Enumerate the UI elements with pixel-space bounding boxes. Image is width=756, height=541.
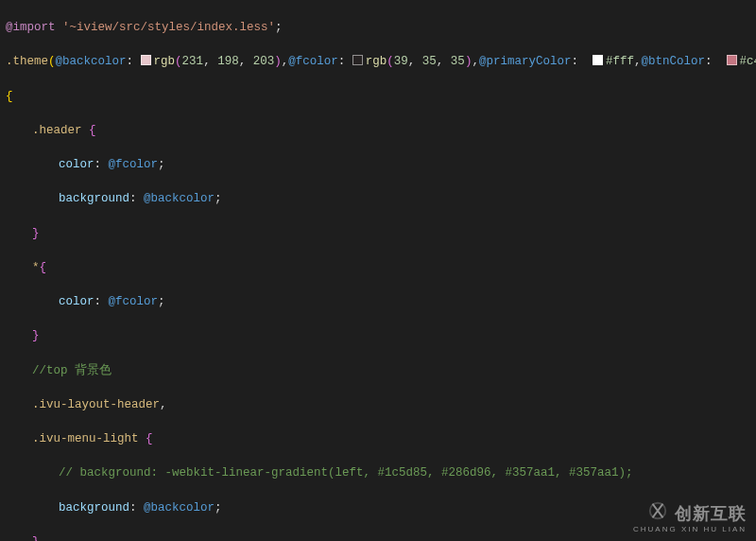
token-var-fcolor: @fcolor bbox=[288, 55, 338, 68]
code-line: .theme(@backcolor: rgb(231, 198, 203),@f… bbox=[6, 53, 750, 70]
token-string-path: '~iview/src/styles/index.less' bbox=[62, 21, 275, 34]
color-swatch-primary bbox=[593, 55, 603, 65]
code-line: // background: -webkit-linear-gradient(l… bbox=[6, 464, 750, 481]
code-line: color: @fcolor; bbox=[6, 156, 750, 173]
code-line: color: @fcolor; bbox=[6, 293, 750, 310]
code-editor[interactable]: @import '~iview/src/styles/index.less'; … bbox=[0, 0, 756, 541]
token-keyword-import: @import bbox=[6, 21, 56, 34]
color-swatch-backcolor bbox=[141, 55, 151, 65]
code-line: } bbox=[6, 533, 750, 541]
code-line: @import '~iview/src/styles/index.less'; bbox=[6, 19, 750, 36]
code-line: .ivu-layout-header, bbox=[6, 396, 750, 413]
code-line: background: @backcolor; bbox=[6, 190, 750, 207]
code-line: *{ bbox=[6, 259, 750, 276]
code-line: background: @backcolor; bbox=[6, 499, 750, 516]
code-line: } bbox=[6, 327, 750, 344]
token-semicolon: ; bbox=[275, 21, 283, 34]
token-comment-top: //top 背景色 bbox=[32, 364, 112, 377]
token-fn-rgb: rgb bbox=[154, 55, 176, 68]
color-swatch-btn bbox=[727, 55, 737, 65]
color-swatch-fcolor bbox=[352, 55, 363, 65]
code-line: //top 背景色 bbox=[6, 362, 750, 379]
code-line: .header { bbox=[6, 122, 750, 139]
token-paren: ( bbox=[48, 55, 56, 68]
code-line: .ivu-menu-light { bbox=[6, 430, 750, 447]
code-line: } bbox=[6, 225, 750, 242]
token-var-btn: @btnColor bbox=[642, 55, 706, 68]
token-var-primary: @primaryColor bbox=[479, 55, 572, 68]
token-var-backcolor: @backcolor bbox=[56, 55, 127, 68]
token-selector-theme: .theme bbox=[6, 55, 48, 68]
token-comment-gradient: // background: -webkit-linear-gradient(l… bbox=[59, 466, 633, 480]
code-line: { bbox=[6, 88, 750, 105]
